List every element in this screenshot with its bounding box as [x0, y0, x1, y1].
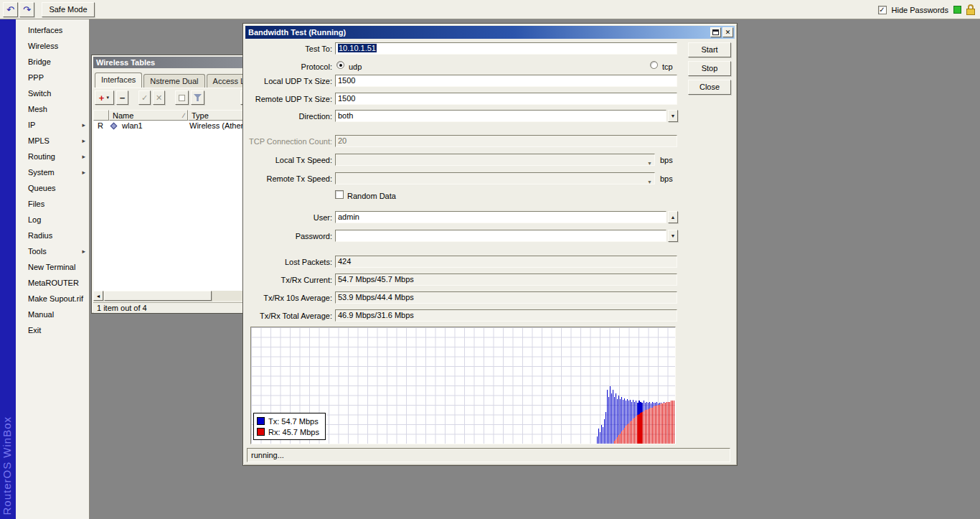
close-dialog-button[interactable]: ✕	[722, 27, 733, 37]
remote-udp-size-input[interactable]: 1500	[335, 93, 677, 105]
sidebar-item-label: MPLS	[28, 136, 50, 145]
chevron-down-icon: ▼	[647, 177, 652, 184]
flag-column-header[interactable]	[93, 110, 109, 121]
submenu-arrow-icon: ▸	[82, 243, 85, 259]
redo-button[interactable]: ↷	[19, 2, 34, 17]
chevron-down-icon: ▼	[647, 158, 652, 166]
legend-entry-rx: Rx: 45.7 Mbps	[257, 426, 319, 437]
user-collapse-button[interactable]: ▲	[668, 211, 678, 223]
disable-button[interactable]: ✕	[153, 90, 165, 105]
window-title: Wireless Tables	[96, 58, 155, 67]
undo-button[interactable]: ↶	[3, 2, 18, 17]
dialog-titlebar[interactable]: Bandwidth Test (Running) ✕	[245, 26, 735, 39]
sidebar-item-label: Switch	[28, 89, 51, 98]
enable-button[interactable]: ✓	[138, 90, 151, 105]
sidebar-item-files[interactable]: Files	[16, 196, 89, 212]
dialog-status-bar: running...	[247, 448, 730, 462]
add-interface-button[interactable]: +▼	[95, 90, 114, 105]
sidebar-item-label: New Terminal	[28, 263, 75, 271]
safe-mode-button[interactable]: Safe Mode	[42, 2, 95, 17]
random-data-label[interactable]: Random Data	[347, 192, 396, 200]
remove-interface-button[interactable]: −	[116, 90, 128, 105]
sidebar-item-label: PPP	[28, 73, 44, 82]
direction-label: Direction:	[246, 112, 332, 121]
scroll-left-button[interactable]: ◄	[93, 291, 103, 301]
comment-button[interactable]	[175, 90, 189, 105]
tab-interfaces[interactable]: Interfaces	[95, 73, 142, 88]
start-button[interactable]: Start	[688, 42, 731, 57]
hide-passwords-label: Hide Passwords	[892, 6, 948, 14]
direction-dropdown-button[interactable]: ▼	[668, 110, 678, 122]
hide-passwords-checkbox[interactable]: ✓	[878, 6, 887, 14]
sidebar-item-ip[interactable]: IP▸	[16, 117, 89, 133]
sidebar-item-manual[interactable]: Manual	[16, 307, 89, 322]
local-tx-speed-select[interactable]: ▼	[335, 154, 655, 166]
lock-body	[966, 9, 975, 15]
protocol-udp-radio[interactable]	[336, 61, 344, 69]
name-column-header[interactable]: Name∕	[109, 110, 188, 121]
tcp-radio-label[interactable]: tcp	[662, 62, 673, 71]
direction-select[interactable]: both	[335, 110, 666, 122]
sidebar-item-make-supout[interactable]: Make Supout.rif	[16, 291, 89, 307]
sidebar-item-exit[interactable]: Exit	[16, 322, 89, 338]
sidebar-item-wireless[interactable]: Wireless	[16, 38, 89, 54]
detach-window-button[interactable]	[710, 27, 721, 37]
submenu-arrow-icon: ▸	[82, 117, 85, 133]
sidebar-item-radius[interactable]: Radius	[16, 228, 89, 243]
scrollbar-thumb[interactable]	[104, 291, 212, 301]
remote-tx-speed-select[interactable]: ▼	[335, 172, 655, 184]
status-text: running...	[251, 451, 284, 459]
sidebar-item-mpls[interactable]: MPLS▸	[16, 133, 89, 149]
sidebar-item-metarouter[interactable]: MetaROUTER	[16, 275, 89, 291]
sidebar-item-label: Bridge	[28, 57, 51, 66]
filter-button[interactable]	[191, 90, 204, 105]
sidebar-item-new-terminal[interactable]: New Terminal	[16, 259, 89, 275]
sidebar-item-log[interactable]: Log	[16, 212, 89, 228]
sidebar-item-interfaces[interactable]: Interfaces	[16, 22, 89, 38]
secure-lock-icon	[966, 4, 976, 16]
udp-radio-label[interactable]: udp	[349, 62, 362, 71]
minus-icon: −	[120, 93, 126, 103]
tab-nstreme-dual[interactable]: Nstreme Dual	[143, 74, 204, 88]
sidebar-item-label: Mesh	[28, 105, 47, 113]
check-icon: ✓	[141, 93, 148, 103]
sidebar-item-label: Exit	[28, 326, 41, 335]
txrx-10s-average-value: 53.9 Mbps/44.4 Mbps	[335, 291, 677, 304]
sidebar-item-label: Wireless	[28, 42, 58, 50]
submenu-arrow-icon: ▸	[82, 133, 85, 149]
main-menu-sidebar: Interfaces Wireless Bridge PPP Switch Me…	[16, 19, 90, 519]
add-icon: +	[99, 93, 105, 103]
sidebar-item-label: Log	[28, 215, 41, 224]
sidebar-item-tools[interactable]: Tools▸	[16, 243, 89, 259]
lost-packets-label: Lost Packets:	[246, 258, 332, 266]
password-dropdown-button[interactable]: ▼	[668, 230, 678, 242]
user-input[interactable]: admin	[335, 211, 666, 223]
random-data-checkbox[interactable]	[335, 190, 344, 199]
winbox-screen: ↶ ↷ Safe Mode ✓ Hide Passwords RouterOS …	[0, 0, 980, 519]
close-button[interactable]: Close	[688, 80, 731, 95]
sidebar-item-ppp[interactable]: PPP	[16, 70, 89, 85]
password-input[interactable]	[335, 230, 666, 242]
detach-window-icon	[712, 29, 719, 35]
chevron-down-icon: ▼	[671, 233, 676, 238]
stop-button[interactable]: Stop	[688, 61, 731, 76]
sidebar-item-mesh[interactable]: Mesh	[16, 101, 89, 117]
item-count: 1 item out of 4	[97, 304, 147, 312]
sidebar-item-queues[interactable]: Queues	[16, 180, 89, 196]
connection-status-icon	[953, 6, 961, 14]
sidebar-item-label: IP	[28, 121, 35, 129]
local-udp-size-input[interactable]: 1500	[335, 75, 677, 87]
submenu-arrow-icon: ▸	[82, 164, 85, 180]
sidebar-item-label: Tools	[28, 247, 47, 256]
test-to-input[interactable]: 10.10.1.51	[335, 42, 677, 55]
sidebar-item-system[interactable]: System▸	[16, 164, 89, 180]
sidebar-item-routing[interactable]: Routing▸	[16, 149, 89, 164]
running-flag: R	[98, 121, 103, 131]
sidebar-item-bridge[interactable]: Bridge	[16, 54, 89, 70]
bandwidth-chart-plot: Tx: 54.7 Mbps Rx: 45.7 Mbps	[251, 327, 675, 444]
protocol-tcp-radio[interactable]	[650, 61, 658, 69]
sidebar-item-switch[interactable]: Switch	[16, 85, 89, 101]
sidebar-item-label: Interfaces	[28, 26, 62, 34]
redo-icon: ↷	[23, 4, 31, 15]
interface-name: wlan1	[122, 121, 143, 131]
